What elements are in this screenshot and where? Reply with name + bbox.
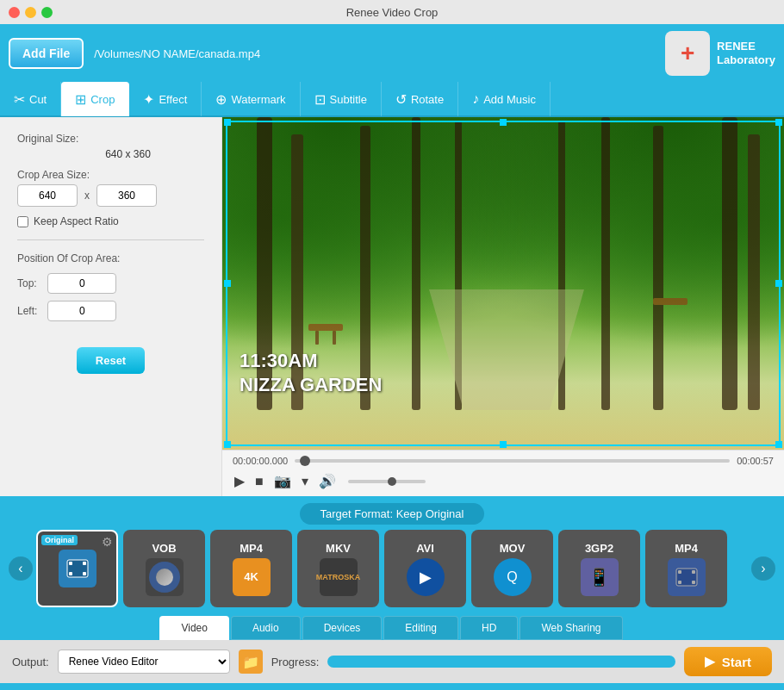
tab-audio[interactable]: Audio <box>231 616 301 640</box>
keep-aspect-label: Keep Aspect Ratio <box>34 215 119 227</box>
nav-subtitle[interactable]: ⊡ Subtitle <box>301 82 382 116</box>
format-avi[interactable]: AVI ▶ <box>384 530 466 607</box>
nav-cut[interactable]: ✂ Cut <box>0 82 61 116</box>
carousel-next[interactable]: › <box>751 556 775 581</box>
volume-track[interactable] <box>348 480 426 483</box>
maximize-button[interactable] <box>41 7 53 18</box>
reset-button[interactable]: Reset <box>77 347 145 374</box>
svg-rect-23 <box>678 581 681 584</box>
video-controls: 00:00:00.000 00:00:57 ▶ ■ 📷 ▾ 🔊 <box>222 450 784 496</box>
crop-area-label: Crop Area Size: <box>17 169 204 181</box>
screenshot-button[interactable]: 📷 <box>272 471 293 491</box>
video-frame[interactable]: 11:30AM NIZZA GARDEN <box>222 117 784 450</box>
svg-rect-14 <box>653 298 688 305</box>
tab-video[interactable]: Video <box>159 616 228 640</box>
add-file-button[interactable]: Add File <box>9 38 84 69</box>
music-icon: ♪ <box>472 91 479 107</box>
folder-button[interactable]: 📁 <box>239 650 263 674</box>
timeline-track[interactable] <box>295 459 730 463</box>
target-format-bar: Target Format: Keep Original <box>0 503 784 525</box>
nav-subtitle-label: Subtitle <box>330 93 367 106</box>
logo-name: RENEE <box>717 40 775 53</box>
carousel-prev[interactable]: ‹ <box>9 556 33 581</box>
nav-crop[interactable]: ⊞ Crop <box>61 82 129 116</box>
timeline-row: 00:00:00.000 00:00:57 <box>233 456 774 466</box>
format-mp4[interactable]: MP4 <box>645 530 727 607</box>
nav-effect[interactable]: ✦ Effect <box>129 82 202 116</box>
mov-label: MOV <box>500 542 526 555</box>
video-time: 11:30AM <box>240 349 382 374</box>
close-button[interactable] <box>9 7 20 18</box>
tab-devices[interactable]: Devices <box>302 616 383 640</box>
svg-rect-12 <box>315 331 319 345</box>
mov-icon: Q <box>494 558 532 596</box>
output-label: Output: <box>12 656 49 668</box>
main-content: Original Size: 640 x 360 Crop Area Size:… <box>0 117 784 496</box>
top-bar: Add File /Volumes/NO NAME/canada.mp4 + R… <box>0 24 784 83</box>
left-label: Left: <box>17 305 37 317</box>
format-vob[interactable]: VOB <box>123 530 205 607</box>
height-input[interactable] <box>96 184 157 207</box>
minimize-button[interactable] <box>25 7 36 18</box>
start-icon: ▶ <box>705 654 715 669</box>
stop-button[interactable]: ■ <box>253 472 265 491</box>
nav-effect-label: Effect <box>159 93 187 106</box>
original-size-label: Original Size: <box>17 133 204 145</box>
crop-icon: ⊞ <box>75 91 86 108</box>
3gp2-label: 3GP2 <box>585 542 613 555</box>
avi-icon: ▶ <box>407 558 445 596</box>
cross-icon: + <box>681 40 694 67</box>
nav-watermark[interactable]: ⊕ Watermark <box>202 82 300 116</box>
progress-label: Progress: <box>271 656 320 668</box>
play-button[interactable]: ▶ <box>233 471 246 491</box>
width-input[interactable] <box>17 184 78 207</box>
settings-icon[interactable]: ⚙ <box>102 535 113 549</box>
left-input[interactable] <box>47 301 116 321</box>
keep-aspect-checkbox[interactable] <box>17 216 28 227</box>
start-button[interactable]: ▶ Start <box>684 647 772 676</box>
dropdown-button[interactable]: ▾ <box>300 471 310 491</box>
mp4-label: MP4 <box>675 542 698 555</box>
size-inputs: x <box>17 184 204 207</box>
svg-rect-22 <box>692 570 695 574</box>
keep-aspect-row: Keep Aspect Ratio <box>17 215 204 227</box>
volume-thumb[interactable] <box>388 477 396 486</box>
top-label: Top: <box>17 277 37 289</box>
svg-rect-3 <box>748 134 760 410</box>
time-end: 00:00:57 <box>737 456 774 466</box>
output-select[interactable]: Renee Video Editor <box>58 650 230 674</box>
nav-add-music-label: Add Music <box>483 93 536 106</box>
svg-rect-24 <box>692 581 695 584</box>
tab-web-sharing[interactable]: Web Sharing <box>520 616 622 640</box>
video-location: NIZZA GARDEN <box>240 373 382 398</box>
format-original[interactable]: Original ⚙ <box>36 530 118 607</box>
format-mkv[interactable]: MKV MATROSKA <box>297 530 379 607</box>
nav-add-music[interactable]: ♪ Add Music <box>458 82 551 116</box>
vob-icon <box>146 558 184 596</box>
tab-editing[interactable]: Editing <box>383 616 458 640</box>
format-mov[interactable]: MOV Q <box>471 530 553 607</box>
target-format-pill: Target Format: Keep Original <box>300 503 485 525</box>
svg-rect-13 <box>333 331 336 345</box>
original-icon <box>59 550 96 587</box>
top-input[interactable] <box>47 273 116 294</box>
format-3gp2[interactable]: 3GP2 📱 <box>558 530 640 607</box>
nav-rotate[interactable]: ↺ Rotate <box>382 82 458 116</box>
logo-area: + RENEE Laboratory <box>665 31 775 76</box>
left-panel: Original Size: 640 x 360 Crop Area Size:… <box>0 117 222 496</box>
video-area: 11:30AM NIZZA GARDEN 00:00:00.000 <box>222 117 784 496</box>
svg-rect-21 <box>678 570 681 574</box>
nav-watermark-label: Watermark <box>231 93 285 106</box>
svg-rect-19 <box>83 572 86 575</box>
window-controls <box>9 7 53 18</box>
position-label: Position Of Crop Area: <box>17 252 204 264</box>
start-label: Start <box>722 655 751 669</box>
logo-text: RENEE Laboratory <box>717 40 775 66</box>
svg-rect-7 <box>601 117 610 410</box>
tab-hd[interactable]: HD <box>460 616 518 640</box>
timeline-thumb[interactable] <box>300 456 310 466</box>
watermark-icon: ⊕ <box>215 91 227 108</box>
svg-rect-18 <box>69 572 72 575</box>
time-start: 00:00:00.000 <box>233 456 288 466</box>
format-mp4-4k[interactable]: MP4 4K <box>210 530 292 607</box>
